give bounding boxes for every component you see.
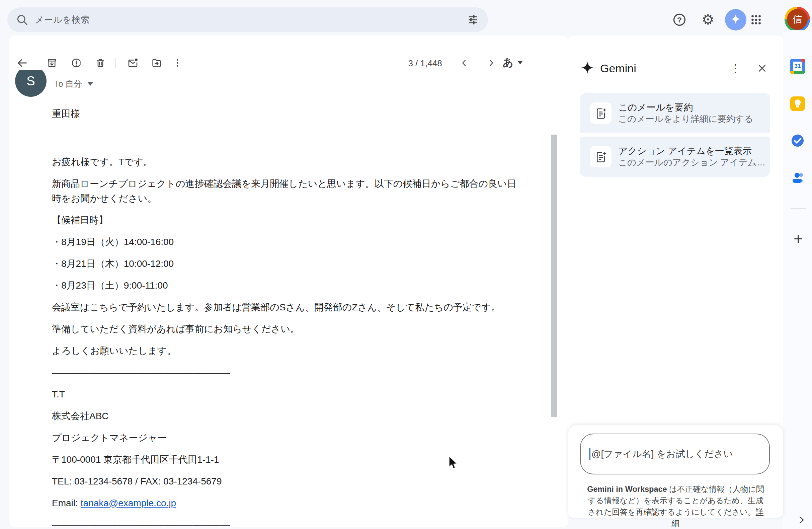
gemini-sparkle-icon [580,60,595,76]
search-input[interactable]: メールを検索 [35,14,467,26]
body-line: ・8月21日（木）10:00-12:00 [52,256,521,271]
calendar-day: 31 [793,62,802,71]
chevron-down-icon [518,61,523,64]
mark-unread-button[interactable] [124,54,142,72]
apps-grid-icon [750,14,762,26]
signature-address: 〒100-0001 東京都千代田区千代田1-1-1 [52,452,521,467]
chevron-right-icon [797,515,806,525]
search-icon [16,14,28,26]
email-label: Email: [52,498,78,508]
more-options-button[interactable] [169,54,186,72]
toolbar-divider [115,58,115,68]
settings-gear-button[interactable]: ⚙ [699,11,716,28]
body-line: ・8月19日（火）14:00-16:00 [52,235,521,249]
gemini-disclaimer: Gemini in Workspace は不正確な情報（人物に関する情報など）を… [585,484,767,529]
email-scrollbar[interactable] [551,134,557,417]
body-line: よろしくお願いいたします。 [52,344,521,358]
close-icon [757,63,767,73]
email-body: 重田様 お疲れ様です。Tです。 新商品ローンチプロジェクトの進捗確認会議を来月開… [52,106,521,529]
older-email-button[interactable] [483,55,499,71]
recipient-dropdown[interactable]: To 自分 [54,78,93,89]
report-spam-button[interactable] [68,54,85,72]
search-bar[interactable]: メールを検索 [8,8,488,32]
signature-title: プロジェクトマネージャー [52,431,521,445]
contacts-icon [790,170,805,185]
prompt-placeholder: @[ファイル名] をお試しください [591,448,733,460]
input-tools-label: あ [503,56,513,70]
profile-initial: 信 [787,9,808,30]
gemini-card-action-items[interactable]: アクション アイテムを一覧表示 このメールのアクション アイテム… [580,137,770,177]
sender-avatar[interactable]: S [15,70,46,97]
sidebar-item-tasks[interactable] [790,133,805,148]
card-title: アクション アイテムを一覧表示 [618,145,766,157]
gemini-toggle-button[interactable] [725,9,746,30]
body-line: お疲れ様です。Tです。 [52,155,521,169]
signature-phone: TEL: 03-1234-5678 / FAX: 03-1234-5679 [52,474,521,489]
help-button[interactable]: ? [671,11,688,28]
back-button[interactable] [13,54,31,72]
input-tools-button[interactable]: あ [503,56,523,70]
sparkle-icon [730,13,741,26]
recipient-label: To 自分 [54,78,82,89]
pagination-count: 3 / 1,448 [400,57,450,70]
sidebar-item-calendar[interactable]: 31 [790,59,805,74]
body-line: 会議室はこちらで予約いたします。参加者は営業部のSさん、開発部のZさん、そして私… [52,300,521,315]
sender-avatar-wrap: S [15,70,47,97]
disclaimer-product: Gemini in Workspace [587,485,667,494]
body-line: 【候補日時】 [52,213,521,228]
newer-email-button[interactable] [456,55,472,71]
body-line: 準備していただく資料があれば事前にお知らせください。 [52,322,521,337]
get-add-ons-button[interactable]: + [790,230,806,246]
tasks-icon [790,133,805,148]
card-title: このメールを要約 [618,102,753,113]
gemini-title: Gemini [600,62,636,75]
chevron-down-icon [87,82,93,86]
signature-divider: ——————————————————— [52,365,521,380]
side-panel-collapse-button[interactable] [796,514,807,526]
signature-name: T.T [52,387,521,402]
summarize-icon [590,102,611,124]
text-cursor [590,448,591,460]
signature-company: 株式会社ABC [52,409,521,424]
gemini-card-summarize[interactable]: このメールを要約 このメールをより詳細に要約する [580,93,770,133]
gear-icon: ⚙ [701,13,714,27]
list-actions-icon [590,146,611,168]
sidebar-item-keep[interactable] [790,97,805,111]
delete-button[interactable] [92,54,109,72]
signature-divider: ——————————————————— [52,518,521,529]
email-address-link[interactable]: tanaka@example.co.jp [81,498,176,508]
signature-email-line: Email:tanaka@example.co.jp [52,496,521,511]
move-to-button[interactable] [148,54,165,72]
gemini-header: Gemini [580,60,636,76]
body-line: 新商品ローンチプロジェクトの進捗確認会議を来月開催したいと思います。以下の候補日… [52,176,519,206]
body-line: ・8月23日（土）9:00-11:00 [52,278,521,293]
profile-avatar[interactable]: 信 [785,7,810,32]
card-subtitle: このメールのアクション アイテム… [618,157,766,168]
gemini-close-button[interactable] [754,60,770,76]
gemini-more-button[interactable]: ⋮ [727,60,743,76]
google-apps-button[interactable] [748,11,765,28]
archive-button[interactable] [43,54,61,72]
svg-text:?: ? [677,15,682,24]
rail-divider [791,208,806,209]
card-subtitle: このメールをより詳細に要約する [618,113,753,125]
keep-icon [790,97,805,111]
search-filter-icon[interactable] [467,14,479,26]
calendar-icon: 31 [790,59,805,74]
gemini-prompt-input[interactable]: @[ファイル名] をお試しください [580,433,770,474]
body-line: 重田様 [52,106,521,121]
sidebar-item-contacts[interactable] [790,170,805,185]
